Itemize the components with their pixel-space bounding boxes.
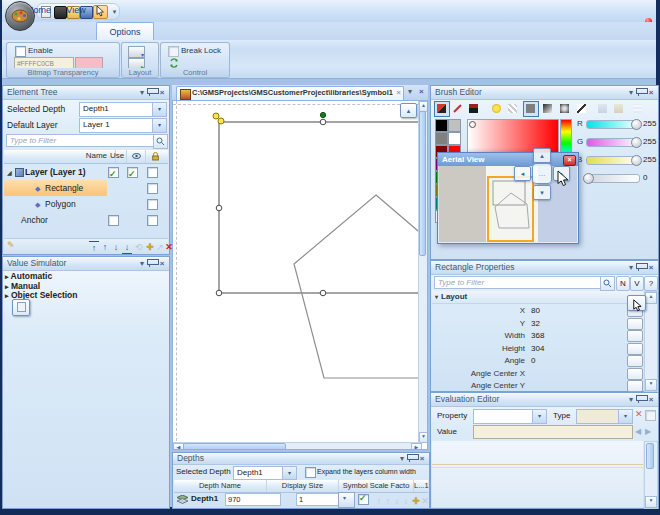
tree-row-layer[interactable]: Layer (Layer 1)	[4, 164, 161, 180]
lock-checkbox[interactable]	[147, 167, 158, 178]
expand-layers-checkbox[interactable]	[305, 467, 316, 478]
pin-icon[interactable]	[636, 393, 646, 406]
copy-brush-icon[interactable]	[595, 101, 611, 117]
palette-swatch[interactable]	[435, 119, 448, 132]
expander-icon[interactable]	[7, 164, 12, 181]
prop-x-value[interactable]: 80	[531, 306, 540, 315]
pattern-icon[interactable]	[630, 101, 646, 117]
tree-row-polygon[interactable]: Polygon	[4, 196, 161, 212]
depth-row[interactable]: Depth1 970 1 ✚ ✕	[174, 492, 428, 507]
transparent-fill-icon[interactable]	[505, 101, 521, 117]
section-layout[interactable]: Layout	[432, 291, 643, 304]
save-layout-icon[interactable]: ▾	[128, 46, 145, 58]
chevron-down-icon[interactable]	[532, 410, 546, 423]
paste-brush-icon[interactable]	[611, 101, 627, 117]
next-icon[interactable]: ▶	[645, 427, 651, 436]
expression-toggle-button[interactable]	[627, 355, 643, 367]
move-bottom-icon[interactable]	[122, 241, 132, 254]
delete-depth-icon[interactable]: ✕	[420, 495, 430, 507]
previous-icon[interactable]: ◀	[635, 427, 641, 436]
scrollbar-thumb[interactable]	[646, 443, 654, 469]
prop-width-value[interactable]: 368	[531, 331, 544, 340]
document-tab[interactable]: C:\GMSProjects\GMSCustomerProject\librar…	[176, 86, 404, 101]
depths-selected-depth-combo[interactable]: Depth1	[233, 466, 297, 480]
key-icon[interactable]: ✎	[7, 240, 15, 250]
close-document-icon[interactable]	[419, 87, 424, 96]
properties-scrollbar[interactable]: ▲ ▼	[644, 291, 658, 392]
tab-options[interactable]: Options	[96, 22, 154, 41]
column-display-size[interactable]: Display Size	[267, 480, 339, 492]
palette-swatch[interactable]	[448, 119, 461, 132]
column-symbol-scale-factor[interactable]: Symbol Scale Facto	[339, 480, 414, 492]
move-down-icon[interactable]	[111, 241, 121, 253]
close-icon[interactable]: ×	[563, 155, 576, 166]
tree-row-anchor[interactable]: Anchor	[4, 212, 161, 228]
slider-thumb[interactable]	[631, 155, 642, 166]
default-layer-combo[interactable]: Layer 1	[79, 118, 167, 133]
filter-value-button[interactable]: V	[630, 276, 644, 291]
pin-icon[interactable]	[636, 86, 646, 99]
slider-thumb[interactable]	[583, 173, 594, 184]
chevron-down-icon[interactable]	[152, 103, 166, 116]
symbol-scale-factor-cell[interactable]: 1	[296, 493, 340, 506]
column-name[interactable]: Name	[4, 150, 116, 163]
vertical-scrollbar[interactable]: ▲ ▼	[418, 101, 427, 442]
collapse-icon[interactable]	[435, 294, 438, 300]
add-icon[interactable]: ✚	[145, 241, 155, 253]
rectangle-properties-header[interactable]: Rectangle Properties	[431, 261, 658, 275]
expression-toggle-button[interactable]	[627, 368, 643, 380]
panel-menu-icon[interactable]	[397, 453, 407, 464]
pin-icon[interactable]	[407, 453, 417, 464]
selected-depth-combo[interactable]: Depth1	[79, 102, 167, 117]
no-fill-icon[interactable]	[574, 101, 590, 117]
pan-left-button[interactable]	[514, 166, 531, 181]
display-size-cell[interactable]: 970	[225, 493, 281, 506]
help-button[interactable]: ?	[644, 276, 658, 291]
visible-checkbox[interactable]	[127, 167, 138, 178]
close-tab-icon[interactable]	[396, 88, 401, 97]
pin-icon[interactable]	[147, 257, 157, 270]
break-lock-checkbox[interactable]	[168, 46, 179, 57]
layer-enabled-checkbox[interactable]	[358, 494, 369, 505]
scroll-down-icon[interactable]: ▼	[419, 432, 428, 443]
evaluation-editor-header[interactable]: Evaluation Editor	[431, 393, 658, 407]
filter-name-button[interactable]: N	[616, 276, 630, 291]
sun-color-icon[interactable]	[489, 101, 505, 117]
search-icon[interactable]	[600, 276, 615, 291]
lock-checkbox[interactable]	[147, 183, 158, 194]
slider-thumb[interactable]	[631, 119, 642, 130]
pin-icon[interactable]	[147, 86, 157, 99]
evaluation-scrollbar[interactable]: ▼	[644, 441, 658, 509]
move-down-icon[interactable]	[401, 495, 411, 507]
pan-center-button[interactable]: …	[532, 163, 552, 184]
column-use[interactable]: Use	[108, 150, 127, 163]
pan-down-button[interactable]	[533, 185, 551, 200]
scroll-right-icon[interactable]: ▶	[411, 443, 422, 450]
chevron-down-icon[interactable]	[618, 410, 632, 423]
scroll-up-flyout-button[interactable]	[400, 103, 417, 118]
enable-checkbox[interactable]	[15, 46, 26, 57]
panel-menu-icon[interactable]	[626, 261, 636, 274]
chevron-down-icon[interactable]	[282, 467, 296, 479]
pen-icon[interactable]	[450, 101, 466, 117]
properties-filter-input[interactable]	[434, 276, 602, 289]
drawing-canvas[interactable]: ▲ ▼ ◀ ▶	[172, 100, 428, 450]
scroll-down-icon[interactable]: ▼	[645, 496, 657, 508]
panel-menu-icon[interactable]	[626, 86, 636, 99]
solid-fill-icon[interactable]	[523, 101, 539, 117]
brush-editor-header[interactable]: Brush Editor	[431, 86, 658, 100]
prop-angle-value[interactable]: 0	[531, 356, 535, 365]
scale-factor-dropdown-button[interactable]	[338, 492, 355, 508]
expander-icon[interactable]	[5, 290, 9, 300]
visibility-column-eye-icon[interactable]	[127, 150, 146, 163]
aerial-view-titlebar[interactable]: Aerial View ×	[438, 153, 578, 166]
column-layer1[interactable]: L...1	[414, 480, 428, 492]
tree-row-rectangle[interactable]: Rectangle	[4, 180, 161, 196]
clear-evaluation-icon[interactable]: ✕	[635, 409, 643, 419]
application-menu-button[interactable]	[5, 1, 35, 31]
tab-view[interactable]: View	[60, 2, 92, 18]
panel-menu-icon[interactable]	[137, 257, 147, 270]
expression-toggle-button[interactable]	[627, 318, 643, 330]
radial-gradient-icon[interactable]	[557, 101, 573, 117]
lock-checkbox[interactable]	[147, 215, 158, 226]
